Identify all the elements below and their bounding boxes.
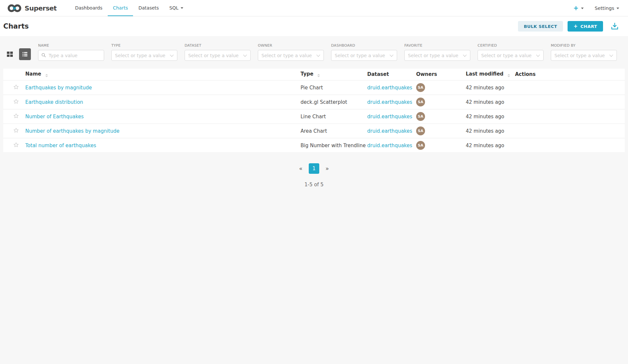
favorite-star-icon[interactable] <box>13 142 19 148</box>
nav-right: + Settings <box>573 0 619 16</box>
dataset-link[interactable]: druid.earthquakes <box>367 143 412 148</box>
column-header-owners: Owners <box>416 69 466 80</box>
last-modified: 42 minutes ago <box>466 138 515 153</box>
filter-bar: NAME TYPE DATASET <box>0 43 628 61</box>
chart-name-link[interactable]: Number of earthquakes by magnitude <box>25 128 120 134</box>
sort-icon <box>317 74 320 77</box>
favorite-filter-select[interactable] <box>404 50 470 61</box>
filters: NAME TYPE DATASET <box>38 43 617 61</box>
list-view-toggle[interactable] <box>19 48 31 60</box>
dataset-filter-select[interactable] <box>185 50 251 61</box>
filter-dashboard: DASHBOARD <box>331 43 397 61</box>
nav-tabs: Dashboards Charts Datasets SQL <box>70 0 189 16</box>
charts-table: Name Type Dataset Owners Last modified A… <box>3 69 625 153</box>
row-count-summary: 1-5 of 5 <box>0 182 628 188</box>
last-modified: 42 minutes ago <box>466 80 515 95</box>
favorite-star-icon[interactable] <box>13 127 19 133</box>
grid-view-icon <box>6 50 14 58</box>
chart-type: Big Number with Trendline <box>301 138 367 153</box>
name-filter-input[interactable] <box>38 50 104 61</box>
prev-page-button[interactable]: « <box>299 165 303 172</box>
sort-icon <box>507 74 510 77</box>
chevron-down-icon <box>617 8 619 9</box>
dataset-link[interactable]: druid.earthquakes <box>367 99 412 105</box>
favorite-star-icon[interactable] <box>13 99 19 104</box>
card-view-toggle[interactable] <box>4 48 16 60</box>
chart-type: Area Chart <box>301 124 367 138</box>
filter-dataset: DATASET <box>185 43 251 61</box>
tab-sql[interactable]: SQL <box>164 0 189 16</box>
column-header-type[interactable]: Type <box>301 69 367 80</box>
modified-by-filter-select[interactable] <box>551 50 617 61</box>
table-row: Total number of earthquakes Big Number w… <box>3 138 625 153</box>
tab-datasets[interactable]: Datasets <box>133 0 164 16</box>
last-modified: 42 minutes ago <box>466 95 515 109</box>
row-actions <box>515 95 625 109</box>
top-nav: Superset Dashboards Charts Datasets SQL … <box>0 0 628 16</box>
owner-avatar[interactable]: SA <box>416 141 425 150</box>
tab-dashboards[interactable]: Dashboards <box>70 0 107 16</box>
chart-name-link[interactable]: Earthquakes by magnitude <box>25 85 92 91</box>
tab-charts[interactable]: Charts <box>108 0 133 16</box>
dataset-link[interactable]: druid.earthquakes <box>367 85 412 91</box>
table-header-row: Name Type Dataset Owners Last modified A… <box>3 69 625 80</box>
chart-name-link[interactable]: Number of Earthquakes <box>25 114 84 120</box>
list-view-icon <box>21 51 29 58</box>
filter-modified-by: MODIFIED BY <box>551 43 617 61</box>
certified-filter-select[interactable] <box>478 50 544 61</box>
filter-owner: OWNER <box>258 43 324 61</box>
chart-name-link[interactable]: Total number of earthquakes <box>25 143 96 148</box>
chart-type: Line Chart <box>301 109 367 124</box>
chart-type: deck.gl Scatterplot <box>301 95 367 109</box>
column-header-last-modified[interactable]: Last modified <box>466 69 515 80</box>
owner-avatar[interactable]: SA <box>416 83 425 92</box>
table-row: Number of Earthquakes Line Chart druid.e… <box>3 109 625 124</box>
dataset-link[interactable]: druid.earthquakes <box>367 128 412 134</box>
chart-type: Pie Chart <box>301 80 367 95</box>
dataset-link[interactable]: druid.earthquakes <box>367 114 412 120</box>
dashboard-filter-select[interactable] <box>331 50 397 61</box>
filter-type: TYPE <box>111 43 177 61</box>
settings-menu-button[interactable]: Settings <box>595 6 619 11</box>
bulk-select-button[interactable]: BULK SELECT <box>518 21 563 32</box>
favorite-star-icon[interactable] <box>13 84 19 90</box>
search-icon <box>41 53 46 59</box>
chevron-down-icon <box>181 7 183 9</box>
next-page-button[interactable]: » <box>325 165 329 172</box>
header-actions: BULK SELECT + CHART <box>518 21 619 32</box>
table-row: Earthquake distribution deck.gl Scatterp… <box>3 95 625 109</box>
table-row: Earthquakes by magnitude Pie Chart druid… <box>3 80 625 95</box>
add-chart-button[interactable]: + CHART <box>568 21 603 32</box>
row-actions <box>515 80 625 95</box>
import-charts-button[interactable] <box>610 22 619 31</box>
row-actions <box>515 138 625 153</box>
row-actions <box>515 124 625 138</box>
brand[interactable]: Superset <box>7 0 56 16</box>
plus-icon: + <box>573 23 578 29</box>
sort-icon <box>45 74 48 77</box>
chevron-down-icon <box>581 8 584 9</box>
content-area: NAME TYPE DATASET <box>0 36 628 188</box>
owner-avatar[interactable]: SA <box>416 112 425 121</box>
type-filter-select[interactable] <box>111 50 177 61</box>
last-modified: 42 minutes ago <box>466 109 515 124</box>
brand-name: Superset <box>25 4 56 12</box>
plus-icon: + <box>573 5 579 11</box>
last-modified: 42 minutes ago <box>466 124 515 138</box>
owner-filter-select[interactable] <box>258 50 324 61</box>
page-title: Charts <box>3 22 29 30</box>
page-1-button[interactable]: 1 <box>309 163 319 174</box>
favorite-star-icon[interactable] <box>13 113 19 119</box>
download-tray-icon <box>610 22 619 31</box>
new-item-menu-button[interactable]: + <box>573 5 584 11</box>
column-header-actions: Actions <box>515 69 625 80</box>
view-toggles <box>4 48 31 60</box>
owner-avatar[interactable]: SA <box>416 126 425 135</box>
column-header-dataset: Dataset <box>367 69 416 80</box>
chart-name-link[interactable]: Earthquake distribution <box>25 99 83 105</box>
column-header-name[interactable]: Name <box>25 69 301 80</box>
filter-certified: CERTIFIED <box>478 43 544 61</box>
pagination: « 1 » <box>0 163 628 174</box>
owner-avatar[interactable]: SA <box>416 98 425 106</box>
row-actions <box>515 109 625 124</box>
